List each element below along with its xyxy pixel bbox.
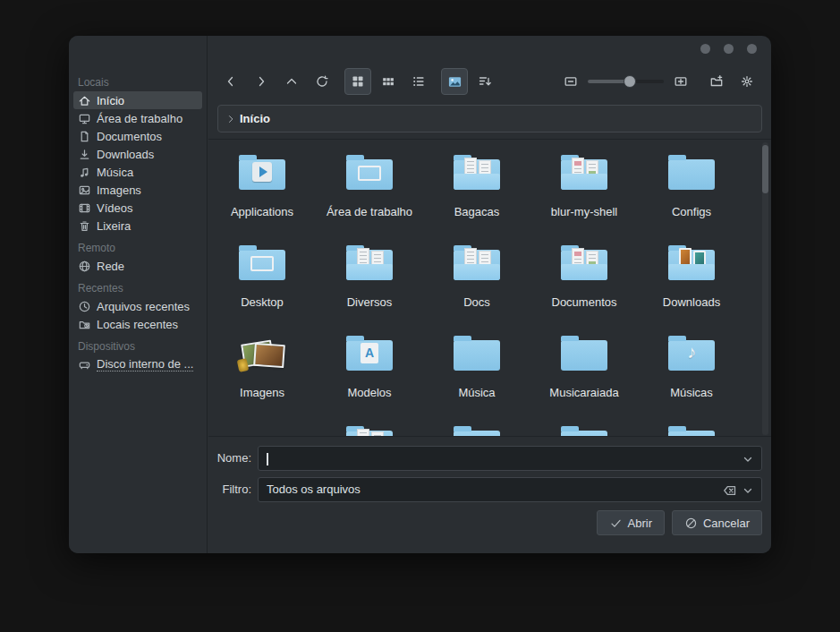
vertical-scrollbar[interactable] [762,142,768,435]
sidebar-item-downloads[interactable]: Downloads [73,145,202,163]
reload-button[interactable] [309,68,335,95]
file-item[interactable]: Downloads [638,237,745,328]
compact-view-button[interactable] [375,68,402,95]
folder-icon [452,154,502,192]
folder-icon [237,244,287,282]
zoom-in-button[interactable] [667,68,694,95]
file-item[interactable] [530,418,638,437]
clear-text-icon[interactable] [723,483,737,498]
sidebar-item-disco-interno[interactable]: Disco interno de ... [73,355,202,373]
file-name: Configs [672,205,711,218]
options-button[interactable] [734,68,760,95]
cancel-icon [684,517,698,530]
icons-view-button[interactable] [344,68,371,95]
sidebar-item-lixeira[interactable]: Lixeira [73,217,202,235]
file-name: Imagens [240,386,284,399]
recent-files-icon [78,300,91,313]
video-icon [78,201,91,215]
folder-icon [452,244,502,282]
trash-icon [78,219,91,233]
back-button[interactable] [217,68,244,95]
sidebar-item-musica[interactable]: Música [73,163,202,181]
sidebar-item-videos[interactable]: Vídeos [73,199,202,217]
file-name: Musicaraiada [549,386,618,399]
details-view-button[interactable] [405,68,432,95]
sidebar-item-rede[interactable]: Rede [73,257,202,275]
file-name: Música [458,386,495,399]
file-grid: Applications Área de trabalho Bagacas bl… [208,140,771,437]
filter-value: Todos os arquivos [267,478,361,501]
file-item[interactable]: Musicaraiada [530,328,638,418]
file-name: Desktop [241,295,284,309]
zoom-slider-handle[interactable] [624,75,636,88]
file-item[interactable]: Música [423,328,530,418]
breadcrumb-location[interactable]: Início [240,112,270,125]
file-item[interactable]: blur-my-shell [530,147,638,237]
preview-toggle-button[interactable] [441,68,468,95]
file-item[interactable]: Imagens [208,328,316,418]
zoom-out-button[interactable] [557,68,584,95]
sidebar-item-imagens[interactable]: Imagens [73,181,202,199]
chevron-down-icon[interactable] [741,483,755,498]
file-name: Modelos [347,386,391,399]
file-item[interactable] [638,418,745,437]
sidebar-item-arquivos-recentes[interactable]: Arquivos recentes [73,297,202,315]
chevron-down-icon[interactable] [741,452,755,466]
sidebar-item-label: Documentos [97,130,162,143]
file-item[interactable]: Bagacas [423,147,530,237]
file-item[interactable]: Documentos [530,237,638,328]
sidebar-item-area-de-trabalho[interactable]: Área de trabalho [73,109,202,127]
sidebar-item-label: Vídeos [97,201,132,215]
file-item[interactable]: Configs [638,147,745,237]
section-header-remoto: Remoto [69,239,207,257]
sidebar-item-label: Início [97,94,124,107]
file-item[interactable]: Docs [423,237,530,328]
photo-stack-icon [237,335,287,372]
preview-icon [447,74,462,90]
recent-places-icon [78,318,91,331]
folder-icon [344,335,395,372]
forward-icon [254,74,268,89]
open-button[interactable]: Abrir [597,510,665,535]
sidebar-item-label: Arquivos recentes [97,300,190,313]
sidebar-item-locais-recentes[interactable]: Locais recentes [73,315,202,333]
sidebar-item-inicio[interactable]: Início [73,91,202,109]
folder-icon [559,335,609,372]
file-item[interactable]: Desktop [208,237,316,328]
filename-input[interactable] [258,446,762,471]
zoom-slider[interactable] [588,68,664,95]
forward-button[interactable] [248,68,275,95]
sidebar-item-documentos[interactable]: Documentos [73,127,202,145]
new-folder-button[interactable] [703,68,730,95]
cancel-button[interactable]: Cancelar [672,510,762,535]
main-area: Início Applications Área de trabalho Bag… [208,36,771,553]
check-icon [609,517,623,530]
file-name: Downloads [663,295,720,309]
toolbar [208,63,771,100]
file-item[interactable]: Área de trabalho [316,147,423,237]
filter-combobox[interactable]: Todos os arquivos [258,477,762,502]
section-header-locais: Locais [69,73,207,91]
sort-button[interactable] [471,68,498,95]
file-name: Área de trabalho [327,205,412,218]
scrollbar-thumb[interactable] [762,145,768,193]
zoom-out-icon [564,74,578,89]
network-icon [78,260,91,273]
up-button[interactable] [278,68,305,95]
file-item[interactable]: Applications [208,147,316,237]
sidebar-item-label: Lixeira [97,219,131,233]
sort-icon [478,74,492,89]
file-name: Docs [463,295,490,309]
sidebar-item-label: Downloads [97,148,154,161]
music-icon [78,166,91,179]
location-bar[interactable]: Início [217,105,762,132]
file-item[interactable]: Músicas [638,328,745,418]
sidebar-item-label: Música [97,166,133,179]
file-item[interactable]: Modelos [316,328,423,418]
section-header-dispositivos: Dispositivos [69,337,207,355]
file-item[interactable]: Diversos [316,237,423,328]
compact-view-icon [381,74,395,89]
file-item[interactable] [423,418,530,437]
file-item[interactable] [316,418,423,437]
file-name: Diversos [347,295,393,309]
